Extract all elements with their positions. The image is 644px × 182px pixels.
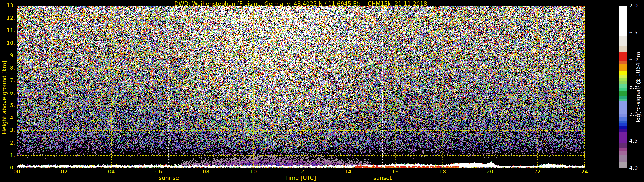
colorbar-tick-label: 7.0 (629, 3, 644, 9)
heatmap-canvas (17, 6, 584, 168)
colorbar-tick-mark (627, 33, 629, 33)
x-tick-label: 08 (196, 169, 216, 175)
x-tick-label: 04 (102, 169, 121, 175)
x-tick-label: 06 (149, 169, 168, 175)
colorbar-tick-mark (627, 87, 629, 87)
colorbar-tick-label: 4.5 (629, 138, 644, 144)
colorbar-label: log(rc-signal) @ 1064 nm (635, 52, 642, 122)
colorbar-tick-mark (627, 60, 629, 60)
sunset-label: sunset (373, 175, 392, 181)
x-tick-label: 12 (291, 169, 310, 175)
x-tick-label: 22 (528, 169, 547, 175)
colorbar-tick-mark (627, 114, 629, 114)
colorbar (619, 6, 627, 168)
y-tick-label: 12. (0, 15, 15, 21)
y-tick-label: 1. (0, 152, 15, 158)
y-tick-label: 13. (0, 2, 15, 8)
x-tick-label: 02 (54, 169, 74, 175)
x-tick-label: 10 (244, 169, 263, 175)
x-tick-label: 00 (7, 169, 26, 175)
ceilometer-quicklook-figure: DWD: Weihenstephan (Freising, Germany; 4… (0, 0, 644, 182)
x-tick-label: 14 (338, 169, 358, 175)
x-tick-label: 16 (386, 169, 405, 175)
y-tick-label: 2. (0, 140, 15, 146)
y-tick-label: 9. (0, 52, 15, 58)
x-tick-label: 18 (433, 169, 452, 175)
colorbar-tick-label: 6.5 (629, 30, 644, 36)
colorbar-tick-mark (627, 6, 629, 6)
x-tick-label: 20 (480, 169, 500, 175)
y-tick-label: 11. (0, 27, 15, 33)
y-axis-label: Height above ground [km] (1, 61, 8, 134)
y-tick-label: 10. (0, 40, 15, 46)
x-axis-label: Time [UTC] (285, 175, 316, 181)
colorbar-tick-mark (627, 141, 629, 141)
x-tick-label: 24 (575, 169, 594, 175)
sunrise-label: sunrise (159, 175, 179, 181)
colorbar-tick-mark (627, 168, 629, 168)
colorbar-tick-label: 4.0 (629, 165, 644, 171)
